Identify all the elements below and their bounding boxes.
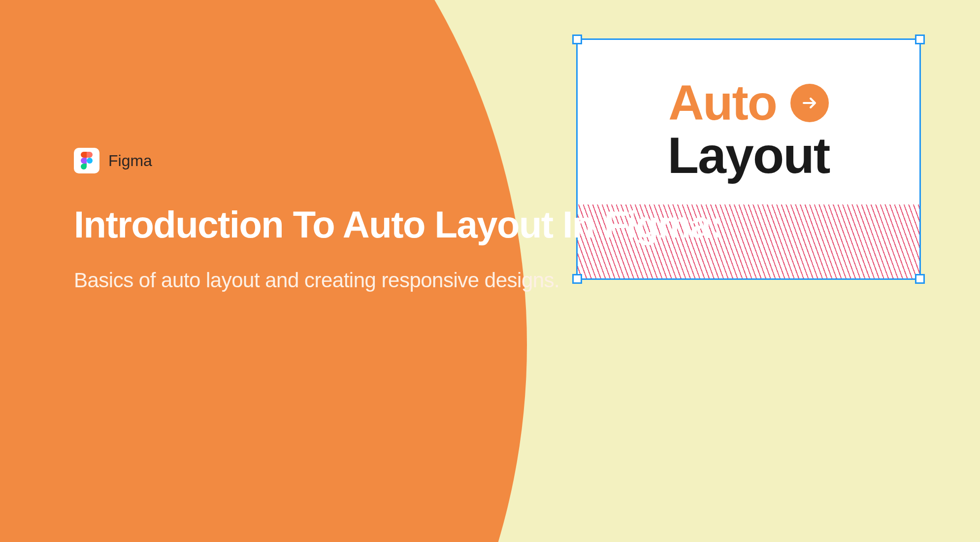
brand-row: Figma xyxy=(74,148,722,173)
figma-logo-icon xyxy=(74,148,99,173)
hero-content: Figma Introduction To Auto Layout In Fig… xyxy=(74,148,722,296)
auto-row: Auto xyxy=(668,74,829,131)
svg-point-0 xyxy=(87,158,93,164)
resize-handle-bottom-right[interactable] xyxy=(915,274,925,284)
page-subtitle: Basics of auto layout and creating respo… xyxy=(74,266,722,296)
arrow-right-icon xyxy=(790,84,829,122)
brand-name: Figma xyxy=(108,152,152,170)
resize-handle-top-right[interactable] xyxy=(915,34,925,44)
page-title: Introduction To Auto Layout In Figma: xyxy=(74,203,722,246)
resize-handle-top-left[interactable] xyxy=(572,34,582,44)
auto-label: Auto xyxy=(668,74,777,131)
